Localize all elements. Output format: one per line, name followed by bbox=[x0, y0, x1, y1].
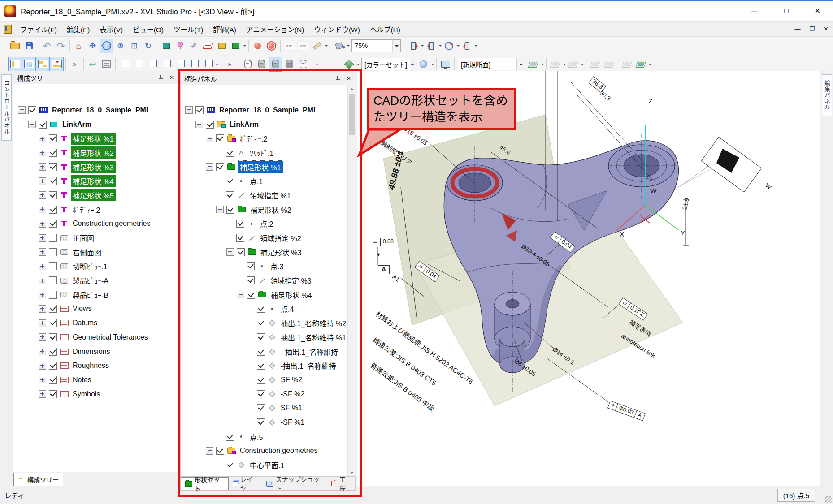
visibility-checkbox[interactable] bbox=[257, 362, 265, 370]
tree-item[interactable]: Roughness bbox=[13, 358, 178, 373]
tree-item[interactable]: 補足形状 %5 bbox=[13, 188, 178, 202]
view-left-button[interactable] bbox=[145, 57, 159, 72]
tree-item[interactable]: Geometrical Tolerances bbox=[13, 330, 178, 345]
tree-item[interactable]: -SF %2 bbox=[181, 387, 347, 401]
tree-item[interactable]: 補足形状 %2 bbox=[181, 202, 347, 217]
tree-item[interactable]: ﾎﾞﾃﾞｨｰ.2 bbox=[181, 131, 347, 146]
view-right-button[interactable] bbox=[159, 57, 173, 72]
tree-item[interactable]: Construction geometries bbox=[181, 444, 347, 458]
visibility-checkbox[interactable] bbox=[49, 305, 57, 313]
tree-item[interactable]: Symbols bbox=[13, 387, 178, 401]
mdi-minimize-button[interactable]: — bbox=[794, 26, 800, 32]
view-iso-button[interactable] bbox=[201, 57, 215, 72]
visibility-checkbox[interactable] bbox=[49, 163, 57, 171]
tree-item[interactable]: 補足形状 %1 bbox=[13, 131, 178, 146]
tree-item[interactable]: 領域指定 %3 bbox=[181, 273, 347, 288]
tree-item[interactable]: 点.1 bbox=[181, 174, 347, 188]
zoom-window-button[interactable]: ⊡ bbox=[127, 39, 141, 53]
select-shape-yellow-button[interactable] bbox=[215, 39, 229, 53]
menu-8[interactable]: ヘルプ(H) bbox=[365, 22, 405, 36]
window-fit-button[interactable] bbox=[424, 39, 438, 53]
visibility-checkbox[interactable] bbox=[257, 404, 265, 412]
presentation-button[interactable] bbox=[438, 57, 452, 72]
visibility-checkbox[interactable] bbox=[28, 106, 36, 114]
tree-item[interactable]: 製品ﾋﾞｭｰ-A bbox=[13, 273, 178, 288]
menu-2[interactable]: 表示(V) bbox=[95, 22, 128, 36]
visibility-checkbox[interactable] bbox=[237, 248, 245, 256]
tree-item[interactable]: SF %2 bbox=[181, 373, 347, 387]
tree-item[interactable]: Views bbox=[13, 302, 178, 316]
dropdown-arrow-icon[interactable] bbox=[580, 57, 584, 71]
expand-icon[interactable] bbox=[39, 362, 46, 370]
menu-4[interactable]: ツール(T) bbox=[169, 22, 208, 36]
tree-item[interactable]: 点.4 bbox=[181, 302, 347, 316]
visibility-checkbox[interactable] bbox=[49, 348, 57, 356]
tree-item[interactable]: Reporter_18_0_Sample_PMI bbox=[181, 103, 347, 117]
maximize-button[interactable]: □ bbox=[784, 7, 789, 15]
tree-item[interactable]: 補足形状 %4 bbox=[13, 174, 178, 188]
scrollbar[interactable] bbox=[347, 85, 356, 476]
scroll-down-icon[interactable] bbox=[348, 469, 356, 476]
chevron-down-icon[interactable] bbox=[516, 58, 525, 70]
measure-button[interactable]: ✐ bbox=[187, 39, 201, 53]
view-top-button[interactable] bbox=[173, 57, 187, 72]
visibility-checkbox[interactable] bbox=[49, 262, 57, 270]
visibility-checkbox[interactable] bbox=[257, 348, 265, 356]
visibility-checkbox[interactable] bbox=[49, 319, 57, 327]
window-rotate-button[interactable] bbox=[442, 39, 456, 53]
zoom-button[interactable]: ⊕ bbox=[113, 39, 127, 53]
tree-item[interactable]: 正面図 bbox=[13, 231, 178, 245]
collapse-icon[interactable] bbox=[226, 248, 234, 256]
expand-icon[interactable] bbox=[39, 206, 46, 213]
close-icon[interactable]: ✕ bbox=[346, 75, 352, 82]
note-text-button[interactable]: abc bbox=[296, 39, 310, 53]
open-file-button[interactable] bbox=[8, 39, 22, 53]
tree-item[interactable]: LinkArm bbox=[13, 117, 178, 132]
material-sphere-button[interactable] bbox=[416, 57, 430, 72]
collapse-icon[interactable] bbox=[206, 135, 213, 142]
visibility-checkbox[interactable] bbox=[49, 276, 57, 284]
resize-grip[interactable] bbox=[825, 496, 832, 503]
minimize-button[interactable]: — bbox=[751, 7, 758, 15]
visibility-checkbox[interactable] bbox=[49, 206, 57, 214]
expand-icon[interactable] bbox=[39, 291, 46, 298]
scroll-up-icon[interactable] bbox=[348, 85, 356, 93]
dropdown-arrow-icon[interactable] bbox=[648, 57, 652, 71]
expand-icon[interactable] bbox=[39, 135, 46, 142]
visibility-checkbox[interactable] bbox=[49, 248, 57, 256]
dropdown-arrow-icon[interactable] bbox=[456, 39, 460, 53]
expand-icon[interactable] bbox=[39, 220, 46, 228]
layout-tree-button[interactable] bbox=[8, 57, 22, 72]
section-color-button[interactable] bbox=[634, 57, 648, 72]
rotate-turntable-button[interactable]: ↻ bbox=[141, 39, 155, 53]
note-copy-button[interactable]: abc bbox=[282, 39, 296, 53]
pan-button[interactable]: ✥ bbox=[86, 39, 100, 53]
visibility-checkbox[interactable] bbox=[257, 390, 265, 398]
tree-item[interactable]: 点.2 bbox=[181, 217, 347, 231]
redo-button[interactable]: ↷ bbox=[54, 39, 68, 53]
tree-item[interactable]: - 抽出.1_名称維持 bbox=[181, 345, 347, 359]
visibility-checkbox[interactable] bbox=[257, 319, 265, 327]
tree-item[interactable]: 領域指定 %1 bbox=[181, 188, 347, 202]
tree-item[interactable]: 補足形状 %4 bbox=[181, 288, 347, 302]
expand-icon[interactable] bbox=[39, 149, 46, 156]
visibility-checkbox[interactable] bbox=[247, 291, 255, 299]
visibility-checkbox[interactable] bbox=[39, 121, 47, 129]
3d-viewport[interactable]: 36.336.3ZWXYWØ18 ±0.05接触制限エリア46.649.88 ±… bbox=[357, 71, 820, 486]
chevron-down-icon[interactable] bbox=[392, 40, 400, 52]
expand-icon[interactable] bbox=[39, 390, 46, 398]
expand-icon[interactable] bbox=[39, 305, 46, 313]
visibility-checkbox[interactable] bbox=[195, 106, 204, 114]
visibility-checkbox[interactable] bbox=[49, 149, 57, 157]
expand-icon[interactable] bbox=[39, 333, 46, 341]
expand-icon[interactable] bbox=[39, 348, 46, 355]
collapse-icon[interactable] bbox=[206, 163, 213, 171]
visibility-checkbox[interactable] bbox=[236, 234, 244, 242]
tree-item[interactable]: 補足形状 %2 bbox=[13, 146, 178, 160]
visibility-checkbox[interactable] bbox=[226, 191, 234, 199]
tree-item[interactable]: 右側面図 bbox=[13, 245, 178, 259]
dropdown-arrow-icon[interactable] bbox=[562, 57, 566, 71]
visibility-checkbox[interactable] bbox=[247, 276, 255, 284]
menu-3[interactable]: ビュー(O) bbox=[128, 22, 169, 36]
hidden-line-settings-button[interactable] bbox=[100, 57, 113, 72]
